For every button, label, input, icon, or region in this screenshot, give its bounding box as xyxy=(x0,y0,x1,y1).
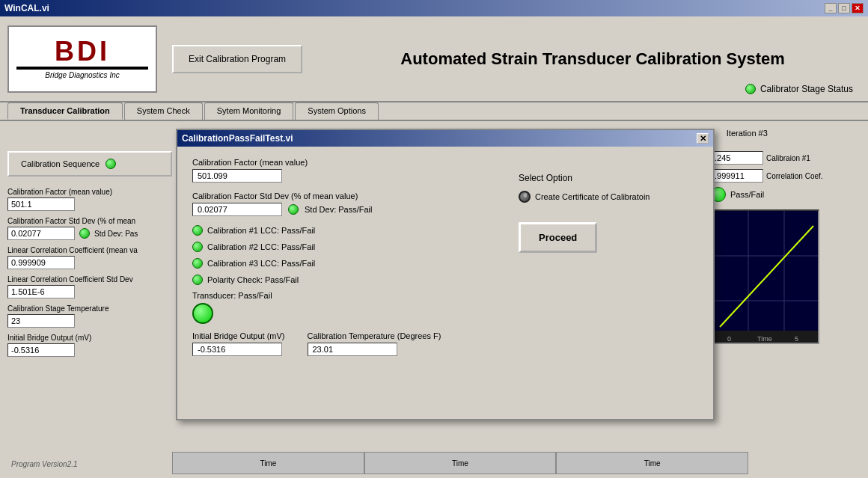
std-dev-label: Calibration Factor Std Dev (% of mean xyxy=(7,217,172,225)
cal-seq-label: Calibration Sequence xyxy=(21,159,100,168)
calibrator-status: Calibrator Stage Status xyxy=(745,84,853,94)
std-dev-value: 0.02077 xyxy=(7,227,75,240)
dialog-cal-factor-value: 501.099 xyxy=(192,169,282,183)
right-field-1-label: Calibraion #1 xyxy=(766,154,810,162)
dialog-left-panel: Calibration Factor (mean value) 501.099 … xyxy=(192,158,519,408)
right-fields: .245 Calibraion #1 .999911 Correlation C… xyxy=(711,151,861,202)
transducer-row: Transducer: Pass/Fail xyxy=(192,291,504,300)
tab-system-options[interactable]: System Options xyxy=(295,102,379,120)
window-title: WinCAL.vi xyxy=(4,3,49,13)
dialog-bottom-fields: Initial Bridge Output (mV) -0.5316 Calib… xyxy=(192,331,504,356)
check-polarity: Polarity Check: Pass/Fail xyxy=(192,275,504,285)
title-bar: WinCAL.vi _ □ ✕ xyxy=(0,0,868,16)
polarity-label: Polarity Check: Pass/Fail xyxy=(207,275,299,284)
svg-text:Time: Time xyxy=(757,335,772,343)
std-dev-group: Calibration Factor Std Dev (% of mean 0.… xyxy=(7,217,172,240)
pass-fail-label: Pass/Fail xyxy=(730,190,764,199)
dialog-title: CalibrationPassFailTest.vi xyxy=(182,133,293,144)
svg-text:0: 0 xyxy=(727,335,731,343)
tab-sytem-monitoring[interactable]: Sytem Monitoring xyxy=(204,102,294,120)
proceed-button[interactable]: Proceed xyxy=(519,222,597,253)
window-controls: _ □ ✕ xyxy=(825,3,864,13)
right-panel: .245 Calibraion #1 .999911 Correlation C… xyxy=(711,151,861,344)
polarity-led xyxy=(192,275,203,285)
minimize-button[interactable]: _ xyxy=(825,3,837,13)
cal-temp-group: Calibration Temperature (Degrees F) 23.0… xyxy=(308,331,441,356)
header: BDI Bridge Diagnostics Inc Exit Calibrat… xyxy=(0,16,868,102)
bridge-output-label: Initial Bridge Output (mV) xyxy=(7,334,172,342)
std-dev-pass: Std Dev: Pas xyxy=(94,230,138,238)
dialog-std-dev-led xyxy=(288,204,299,215)
tab-bar: Transducer Calibration System Check Syte… xyxy=(0,102,868,121)
radio-knob[interactable] xyxy=(519,191,531,203)
lcc-std-value: 1.501E-6 xyxy=(7,285,75,298)
chart-svg: 0 5 Time xyxy=(712,211,819,344)
select-option-label: Select Option xyxy=(519,173,572,183)
temp-label: Calibration Stage Temperature xyxy=(7,304,172,313)
radio-certificate-label: Create Certificate of Calibratoin xyxy=(535,192,650,201)
lcc-value: 0.999909 xyxy=(7,256,75,269)
transducer-led xyxy=(192,303,213,324)
lcc3-led xyxy=(192,258,203,269)
std-dev-led xyxy=(79,228,90,239)
right-field-2-label: Correlation Coef. xyxy=(766,172,823,180)
check-lcc3: Calibration #3 LCC: Pass/Fail xyxy=(192,258,504,269)
dialog-std-dev-pass: Std Dev: Pass/Fail xyxy=(305,205,372,214)
lcc-label: Linear Correlation Coefficient (mean va xyxy=(7,246,172,254)
dialog-std-dev-value: 0.02077 xyxy=(192,203,282,216)
calibration-sequence-button[interactable]: Calibration Sequence xyxy=(7,151,172,177)
dialog-std-dev-label: Calibration Factor Std Dev (% of mean va… xyxy=(192,191,504,200)
calibrator-status-led xyxy=(745,84,756,94)
close-button[interactable]: ✕ xyxy=(852,3,864,13)
right-field-2: .999911 Correlation Coef. xyxy=(711,169,861,183)
lcc3-label: Calibration #3 LCC: Pass/Fail xyxy=(207,259,315,268)
bridge-output-value: -0.5316 xyxy=(7,343,75,357)
bridge-output-dialog-label: Initial Bridge Output (mV) xyxy=(192,331,285,340)
right-field-2-value: .999911 xyxy=(711,169,763,183)
check-lcc1: Calibration #1 LCC: Pass/Fail xyxy=(192,225,504,236)
bottom-bar: Time Time Time xyxy=(172,452,748,474)
right-field-1: .245 Calibraion #1 xyxy=(711,151,861,165)
dialog-std-dev-row: 0.02077 Std Dev: Pass/Fail xyxy=(192,203,504,216)
system-title: Automated Strain Transducer Calibration … xyxy=(325,49,861,69)
temp-group: Calibration Stage Temperature 23 xyxy=(7,304,172,328)
right-field-1-value: .245 xyxy=(711,151,763,165)
maximize-button[interactable]: □ xyxy=(838,3,850,13)
tab-transducer-calibration[interactable]: Transducer Calibration xyxy=(7,102,123,120)
logo-brand: BDI xyxy=(55,38,110,65)
program-version: Program Version2.1 xyxy=(11,460,78,468)
cal-factor-group: Calibration Factor (mean value) 501.1 xyxy=(7,188,172,211)
main-content: Iteration #1 Iteration #2 Iteration #3 C… xyxy=(0,121,868,474)
logo-subtitle: Bridge Diagnostics Inc xyxy=(45,71,120,79)
transducer-label: Transducer: Pass/Fail xyxy=(192,291,272,300)
tab-system-check[interactable]: System Check xyxy=(124,102,203,120)
dialog-title-bar: CalibrationPassFailTest.vi ✕ xyxy=(177,130,713,147)
logo-divider xyxy=(16,67,148,70)
calibration-dialog: CalibrationPassFailTest.vi ✕ Calibration… xyxy=(176,129,715,420)
calibration-chart: 0 5 Time xyxy=(711,209,819,344)
cal-factor-label: Calibration Factor (mean value) xyxy=(7,188,172,196)
left-panel: Calibration Sequence Calibration Factor … xyxy=(7,151,172,363)
exit-calibration-button[interactable]: Exit Calibration Program xyxy=(172,45,302,73)
bridge-output-dialog-group: Initial Bridge Output (mV) -0.5316 xyxy=(192,331,285,356)
dialog-right-panel: Select Option Create Certificate of Cali… xyxy=(519,158,698,408)
bottom-bar-1: Time xyxy=(172,452,364,474)
cal-temp-value: 23.01 xyxy=(308,343,397,356)
std-dev-row: 0.02077 Std Dev: Pas xyxy=(7,227,172,240)
bridge-output-dialog-value: -0.5316 xyxy=(192,343,282,356)
bridge-output-group: Initial Bridge Output (mV) -0.5316 xyxy=(7,334,172,357)
lcc1-led xyxy=(192,225,203,236)
lcc-std-group: Linear Correlation Coefficient Std Dev 1… xyxy=(7,275,172,298)
lcc-group: Linear Correlation Coefficient (mean va … xyxy=(7,246,172,269)
cal-seq-led xyxy=(106,159,116,169)
check-lcc2: Calibration #2 LCC: Pass/Fail xyxy=(192,242,504,252)
cal-temp-label: Calibration Temperature (Degrees F) xyxy=(308,331,441,340)
dialog-close-button[interactable]: ✕ xyxy=(697,133,709,144)
dialog-cal-factor-label: Calibration Factor (mean value) xyxy=(192,158,504,167)
lcc-std-label: Linear Correlation Coefficient Std Dev xyxy=(7,275,172,284)
lcc1-label: Calibration #1 LCC: Pass/Fail xyxy=(207,226,315,235)
radio-certificate[interactable]: Create Certificate of Calibratoin xyxy=(519,191,650,203)
lcc2-label: Calibration #2 LCC: Pass/Fail xyxy=(207,242,315,251)
logo: BDI Bridge Diagnostics Inc xyxy=(7,25,157,93)
cal-factor-value: 501.1 xyxy=(7,197,75,211)
